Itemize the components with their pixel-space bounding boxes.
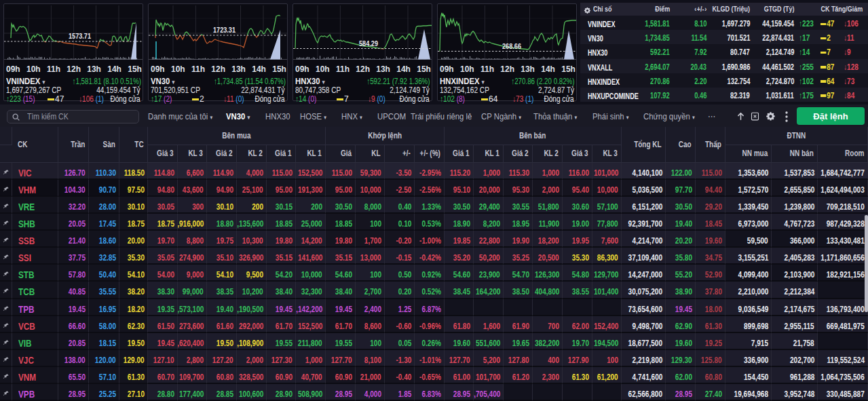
svg-text:1723.31: 1723.31 bbox=[213, 26, 235, 34]
svg-text:1573.71: 1573.71 bbox=[69, 32, 91, 40]
svg-text:584.29: 584.29 bbox=[359, 39, 378, 47]
svg-text:268.66: 268.66 bbox=[502, 42, 521, 50]
